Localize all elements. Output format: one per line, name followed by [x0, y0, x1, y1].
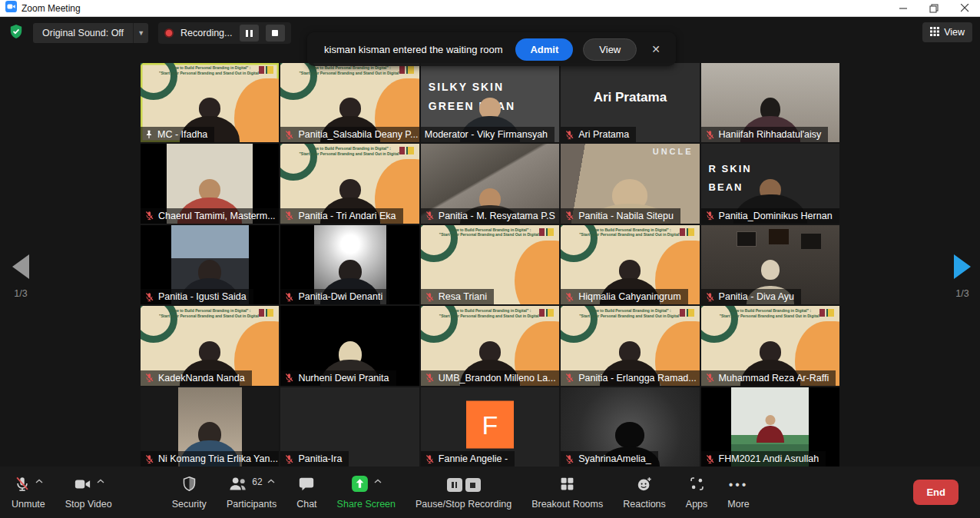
stop-video-button[interactable]: Stop Video	[55, 467, 122, 518]
share-options-chevron[interactable]	[374, 475, 382, 486]
participant-name: Panitia_Salsabila Deany P...	[298, 129, 418, 140]
participant-name: MC - Ifadha	[157, 129, 207, 140]
stop-recording-icon[interactable]	[465, 478, 481, 492]
minimize-button[interactable]	[888, 0, 919, 16]
participant-tile[interactable]: Haniifah Rihhadatul'aisy	[701, 63, 839, 142]
participant-tile[interactable]: "How to Build Personal Branding in Digit…	[561, 306, 699, 385]
chat-button[interactable]: Chat	[286, 467, 326, 518]
avatar: F	[466, 401, 514, 449]
participant-tile[interactable]: "How to Build Personal Branding in Digit…	[421, 225, 559, 304]
participant-name: Panitia-Ira	[298, 453, 342, 464]
participant-name: Panitia - Erlangga Ramad...	[578, 373, 697, 384]
participants-count: 62	[252, 476, 262, 487]
participant-tile[interactable]: UNCLE Panitia - Nabila Sitepu	[561, 144, 699, 223]
participant-tile[interactable]: Panitia - Diva Ayu	[701, 225, 839, 304]
participant-tile[interactable]: FHM2021 Andi Asrullah	[701, 387, 839, 467]
more-button[interactable]: ••• More	[717, 467, 759, 518]
participant-name: Panitia - Nabila Sitepu	[578, 211, 674, 221]
muted-mic-icon	[564, 211, 574, 221]
original-sound-button[interactable]: Original Sound: Off ▼	[33, 23, 148, 43]
muted-mic-icon	[284, 130, 294, 140]
participant-name-label: SyahrinaAmelia_	[561, 451, 658, 467]
unmute-button[interactable]: Unmute	[2, 467, 55, 518]
close-button[interactable]	[949, 0, 980, 16]
participant-name: Haniifah Rihhadatul'aisy	[719, 129, 822, 140]
participant-tile[interactable]: Panitia-Ira	[280, 387, 419, 467]
video-grid: "How to Build Personal Branding in Digit…	[141, 63, 839, 467]
participant-tile[interactable]: Ni Komang Tria Erlika Yan...	[141, 387, 279, 467]
participant-name-label: Haniifah Rihhadatul'aisy	[701, 127, 829, 142]
admit-button[interactable]: Admit	[515, 38, 573, 61]
participant-name-label: Panitia_Dominikus Hernan	[701, 208, 839, 224]
gallery-prev-button[interactable]	[12, 254, 29, 279]
participant-name-label: MC - Ifadha	[141, 127, 214, 142]
apps-button[interactable]: Apps	[676, 467, 718, 518]
muted-mic-icon	[705, 373, 715, 383]
muted-mic-icon	[564, 454, 574, 464]
participant-tile[interactable]: Nurheni Dewi Pranita	[280, 306, 419, 385]
meeting-toolbar: Unmute Stop Video Security 62 Participan…	[0, 467, 980, 518]
participant-tile[interactable]: "How to Build Personal Branding in Digit…	[561, 225, 699, 304]
banner-close-icon[interactable]: ✕	[647, 40, 665, 58]
participant-tile[interactable]: R SKINBEAN Panitia_Dominikus Hernan	[701, 144, 839, 223]
participant-tile[interactable]: "How to Build Personal Branding in Digit…	[701, 306, 839, 385]
original-sound-dropdown[interactable]: ▼	[133, 23, 148, 43]
participant-tile[interactable]: "How to Build Personal Branding in Digit…	[141, 306, 279, 385]
pin-icon	[144, 130, 154, 139]
window-title: Zoom Meeting	[22, 3, 888, 14]
participant-tile[interactable]: SyahrinaAmelia_	[561, 387, 699, 467]
camera-off-display-name: Ari Pratama	[561, 63, 699, 131]
video-options-chevron[interactable]	[97, 475, 104, 486]
participant-name: Moderator - Viky Firmansyah	[425, 129, 548, 140]
participant-video	[757, 415, 784, 443]
share-screen-button[interactable]: Share Screen	[327, 467, 406, 518]
muted-mic-icon	[564, 373, 574, 383]
participant-tile[interactable]: Panitia - Igusti Saida	[141, 225, 279, 304]
stop-recording-button[interactable]	[266, 25, 285, 42]
encryption-shield-icon	[9, 24, 23, 42]
participant-name-label: Panitia_Salsabila Deany P...	[280, 127, 419, 142]
end-meeting-button[interactable]: End	[913, 480, 958, 505]
participant-name: Fannie Angelie -	[439, 453, 508, 464]
reactions-button[interactable]: Reactions	[613, 467, 676, 518]
participant-tile[interactable]: Chaerul Tamimi, Masterm...	[141, 144, 279, 223]
participant-name-label: Chaerul Tamimi, Masterm...	[141, 208, 279, 224]
banner-view-button[interactable]: View	[583, 38, 637, 61]
restore-button[interactable]	[919, 0, 949, 16]
participant-name: Panitia - Tri Andari Eka	[298, 211, 396, 221]
participant-tile[interactable]: Ari Pratama Ari Pratama	[561, 63, 699, 142]
participant-name: Chaerul Tamimi, Masterm...	[158, 211, 276, 221]
participant-tile[interactable]: F Fannie Angelie -	[421, 387, 559, 467]
view-button[interactable]: View	[922, 22, 972, 42]
pause-recording-button[interactable]	[240, 25, 259, 42]
muted-mic-icon	[14, 476, 31, 495]
participant-tile[interactable]: "How to Build Personal Branding in Digit…	[280, 63, 419, 142]
virtual-bg-caption: "How to Build Personal Branding in Digit…	[561, 308, 699, 318]
participant-name: Panitia-Dwi Denanti	[298, 291, 382, 302]
gallery-next-button[interactable]	[954, 254, 971, 279]
participant-tile[interactable]: "How to Build Personal Branding in Digit…	[421, 306, 559, 385]
muted-mic-icon	[144, 454, 154, 464]
participant-name: KadekNanda Nanda	[158, 373, 245, 384]
virtual-bg-caption: "How to Build Personal Branding in Digit…	[561, 227, 699, 237]
participant-tile[interactable]: "How to Build Personal Branding in Digit…	[141, 63, 279, 142]
breakout-rooms-icon	[559, 476, 575, 494]
participant-tile[interactable]: "How to Build Personal Branding in Digit…	[280, 144, 419, 223]
muted-mic-icon	[144, 292, 154, 302]
pause-stop-recording-button[interactable]: Pause/Stop Recording	[406, 467, 521, 518]
participants-options-chevron[interactable]	[267, 475, 275, 486]
virtual-bg-caption: "How to Build Personal Branding in Digit…	[280, 146, 419, 156]
share-screen-icon	[350, 474, 369, 496]
mic-options-chevron[interactable]	[35, 475, 43, 486]
participant-tile[interactable]: Panitia - M. Resyatama P.S	[421, 144, 559, 223]
security-button[interactable]: Security	[162, 467, 217, 518]
participant-name-label: Nurheni Dewi Pranita	[280, 370, 396, 386]
zoom-app-icon	[5, 1, 17, 15]
participants-button[interactable]: 62 Participants	[217, 467, 286, 518]
participant-tile[interactable]: Panitia-Dwi Denanti	[280, 225, 419, 304]
pause-recording-icon[interactable]	[447, 478, 462, 492]
apps-icon	[689, 476, 705, 494]
participant-tile[interactable]: SILKY SKINGREEN BEAN Moderator - Viky Fi…	[421, 63, 559, 142]
breakout-rooms-button[interactable]: Breakout Rooms	[521, 467, 613, 518]
participant-name-label: Muhammad Reza Ar-Raffi	[701, 370, 836, 386]
